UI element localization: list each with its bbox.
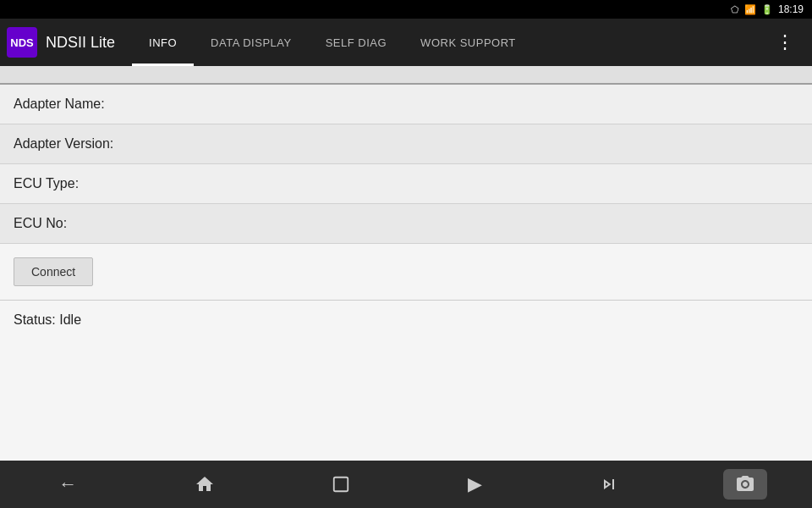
status-text: Status: Idle [14, 312, 81, 327]
wifi-icon: 📶 [744, 4, 756, 15]
recents-icon [332, 475, 350, 494]
play-button[interactable]: ▶ [454, 467, 496, 502]
tab-data-display[interactable]: DATA DISPLAY [194, 19, 309, 66]
connect-button[interactable]: Connect [14, 257, 93, 286]
ecu-no-row: ECU No: [0, 204, 812, 244]
battery-icon: 🔋 [761, 4, 773, 15]
app-title: NDSII Lite [46, 34, 115, 52]
home-button[interactable] [181, 467, 228, 501]
ecu-type-label: ECU Type: [14, 176, 79, 190]
more-button[interactable]: ⋮ [765, 25, 805, 60]
connect-area: Connect [0, 244, 812, 300]
tab-info[interactable]: INFO [132, 19, 194, 66]
camera-button[interactable] [723, 469, 767, 500]
tab-self-diag[interactable]: SELF DIAG [309, 19, 403, 66]
adapter-name-label: Adapter Name: [14, 97, 105, 111]
skip-button[interactable] [585, 467, 633, 501]
app-bar: NDS NDSII Lite INFO DATA DISPLAY SELF DI… [0, 19, 812, 66]
adapter-version-label: Adapter Version: [14, 136, 113, 151]
adapter-version-row: Adapter Version: [0, 124, 812, 164]
tab-bar: INFO DATA DISPLAY SELF DIAG WORK SUPPORT [132, 19, 765, 66]
back-button[interactable]: ← [45, 467, 91, 502]
status-bar: ⬠ 📶 🔋 18:19 [0, 0, 812, 19]
svg-rect-0 [334, 478, 348, 492]
tab-work-support[interactable]: WORK SUPPORT [403, 19, 533, 66]
bluetooth-icon: ⬠ [731, 4, 739, 15]
skip-icon [599, 474, 619, 494]
time-display: 18:19 [778, 3, 804, 15]
content-area: Adapter Name: Adapter Version: ECU Type:… [0, 85, 812, 461]
status-icons: ⬠ 📶 🔋 18:19 [731, 3, 804, 15]
status-area: Status: Idle [0, 300, 812, 340]
app-logo: NDS [7, 27, 37, 58]
home-icon [195, 474, 215, 494]
sub-header-bar [0, 66, 812, 85]
recents-button[interactable] [318, 468, 364, 500]
adapter-name-row: Adapter Name: [0, 85, 812, 124]
ecu-no-label: ECU No: [14, 216, 67, 230]
ecu-type-row: ECU Type: [0, 164, 812, 204]
bottom-nav: ← ▶ [0, 461, 812, 508]
camera-icon [735, 474, 755, 494]
